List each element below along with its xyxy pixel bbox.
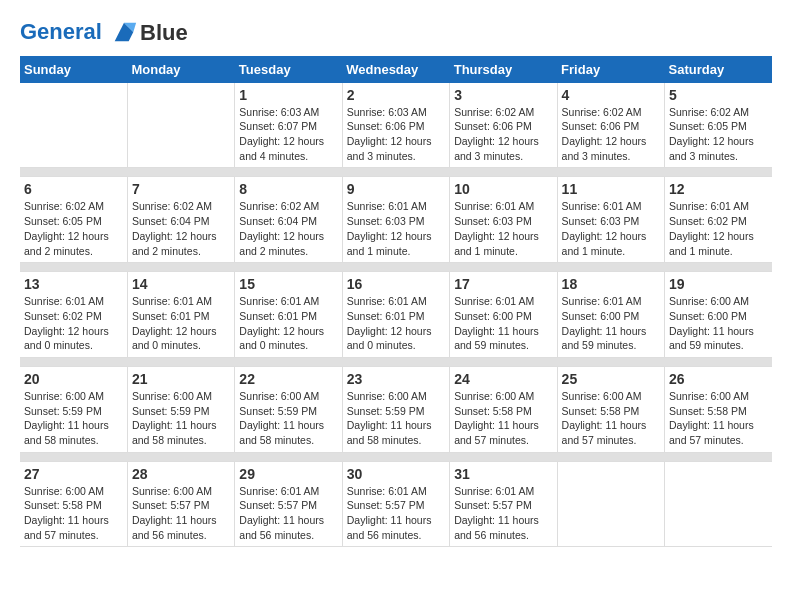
day-number: 18 <box>562 276 660 292</box>
calendar-cell: 5Sunrise: 6:02 AM Sunset: 6:05 PM Daylig… <box>665 83 772 168</box>
calendar-cell <box>665 461 772 547</box>
page-header: General Blue <box>20 20 772 46</box>
day-info: Sunrise: 6:00 AM Sunset: 5:58 PM Dayligh… <box>669 389 768 448</box>
calendar-cell: 6Sunrise: 6:02 AM Sunset: 6:05 PM Daylig… <box>20 177 127 263</box>
day-number: 24 <box>454 371 552 387</box>
calendar-cell: 17Sunrise: 6:01 AM Sunset: 6:00 PM Dayli… <box>450 272 557 358</box>
header-row: SundayMondayTuesdayWednesdayThursdayFrid… <box>20 56 772 83</box>
day-number: 16 <box>347 276 445 292</box>
day-info: Sunrise: 6:01 AM Sunset: 6:01 PM Dayligh… <box>347 294 445 353</box>
logo-icon <box>110 18 138 46</box>
day-info: Sunrise: 6:01 AM Sunset: 6:02 PM Dayligh… <box>669 199 768 258</box>
logo-text: General <box>20 20 138 46</box>
calendar-cell: 21Sunrise: 6:00 AM Sunset: 5:59 PM Dayli… <box>127 366 234 452</box>
day-number: 15 <box>239 276 337 292</box>
day-number: 30 <box>347 466 445 482</box>
calendar-cell: 3Sunrise: 6:02 AM Sunset: 6:06 PM Daylig… <box>450 83 557 168</box>
day-number: 22 <box>239 371 337 387</box>
day-number: 5 <box>669 87 768 103</box>
day-number: 14 <box>132 276 230 292</box>
calendar-cell: 14Sunrise: 6:01 AM Sunset: 6:01 PM Dayli… <box>127 272 234 358</box>
day-number: 29 <box>239 466 337 482</box>
calendar-cell: 29Sunrise: 6:01 AM Sunset: 5:57 PM Dayli… <box>235 461 342 547</box>
calendar-header: SundayMondayTuesdayWednesdayThursdayFrid… <box>20 56 772 83</box>
calendar-cell <box>557 461 664 547</box>
calendar-cell: 10Sunrise: 6:01 AM Sunset: 6:03 PM Dayli… <box>450 177 557 263</box>
day-info: Sunrise: 6:02 AM Sunset: 6:04 PM Dayligh… <box>132 199 230 258</box>
day-info: Sunrise: 6:00 AM Sunset: 5:59 PM Dayligh… <box>24 389 123 448</box>
day-info: Sunrise: 6:00 AM Sunset: 5:59 PM Dayligh… <box>239 389 337 448</box>
day-info: Sunrise: 6:00 AM Sunset: 5:57 PM Dayligh… <box>132 484 230 543</box>
week-spacer <box>20 263 772 272</box>
day-number: 31 <box>454 466 552 482</box>
calendar-body: 1Sunrise: 6:03 AM Sunset: 6:07 PM Daylig… <box>20 83 772 547</box>
calendar-cell: 25Sunrise: 6:00 AM Sunset: 5:58 PM Dayli… <box>557 366 664 452</box>
day-info: Sunrise: 6:03 AM Sunset: 6:07 PM Dayligh… <box>239 105 337 164</box>
day-info: Sunrise: 6:00 AM Sunset: 5:58 PM Dayligh… <box>562 389 660 448</box>
calendar-cell: 23Sunrise: 6:00 AM Sunset: 5:59 PM Dayli… <box>342 366 449 452</box>
calendar-cell: 22Sunrise: 6:00 AM Sunset: 5:59 PM Dayli… <box>235 366 342 452</box>
calendar-cell: 4Sunrise: 6:02 AM Sunset: 6:06 PM Daylig… <box>557 83 664 168</box>
day-info: Sunrise: 6:01 AM Sunset: 5:57 PM Dayligh… <box>347 484 445 543</box>
day-info: Sunrise: 6:02 AM Sunset: 6:05 PM Dayligh… <box>669 105 768 164</box>
week-spacer <box>20 357 772 366</box>
day-info: Sunrise: 6:03 AM Sunset: 6:06 PM Dayligh… <box>347 105 445 164</box>
day-number: 21 <box>132 371 230 387</box>
calendar-cell <box>20 83 127 168</box>
day-info: Sunrise: 6:01 AM Sunset: 6:03 PM Dayligh… <box>454 199 552 258</box>
calendar-cell: 20Sunrise: 6:00 AM Sunset: 5:59 PM Dayli… <box>20 366 127 452</box>
day-number: 8 <box>239 181 337 197</box>
weekday-header: Friday <box>557 56 664 83</box>
day-info: Sunrise: 6:00 AM Sunset: 6:00 PM Dayligh… <box>669 294 768 353</box>
day-number: 6 <box>24 181 123 197</box>
calendar-cell: 18Sunrise: 6:01 AM Sunset: 6:00 PM Dayli… <box>557 272 664 358</box>
day-number: 4 <box>562 87 660 103</box>
day-number: 28 <box>132 466 230 482</box>
day-info: Sunrise: 6:00 AM Sunset: 5:59 PM Dayligh… <box>347 389 445 448</box>
day-info: Sunrise: 6:01 AM Sunset: 6:03 PM Dayligh… <box>562 199 660 258</box>
calendar-cell: 2Sunrise: 6:03 AM Sunset: 6:06 PM Daylig… <box>342 83 449 168</box>
logo: General Blue <box>20 20 188 46</box>
day-info: Sunrise: 6:01 AM Sunset: 6:02 PM Dayligh… <box>24 294 123 353</box>
day-info: Sunrise: 6:01 AM Sunset: 6:00 PM Dayligh… <box>454 294 552 353</box>
day-number: 20 <box>24 371 123 387</box>
week-row: 1Sunrise: 6:03 AM Sunset: 6:07 PM Daylig… <box>20 83 772 168</box>
day-number: 9 <box>347 181 445 197</box>
week-row: 20Sunrise: 6:00 AM Sunset: 5:59 PM Dayli… <box>20 366 772 452</box>
calendar-cell <box>127 83 234 168</box>
day-info: Sunrise: 6:01 AM Sunset: 5:57 PM Dayligh… <box>454 484 552 543</box>
calendar-cell: 28Sunrise: 6:00 AM Sunset: 5:57 PM Dayli… <box>127 461 234 547</box>
day-number: 7 <box>132 181 230 197</box>
week-row: 27Sunrise: 6:00 AM Sunset: 5:58 PM Dayli… <box>20 461 772 547</box>
weekday-header: Sunday <box>20 56 127 83</box>
day-info: Sunrise: 6:01 AM Sunset: 6:00 PM Dayligh… <box>562 294 660 353</box>
calendar-cell: 13Sunrise: 6:01 AM Sunset: 6:02 PM Dayli… <box>20 272 127 358</box>
day-number: 13 <box>24 276 123 292</box>
day-number: 26 <box>669 371 768 387</box>
day-info: Sunrise: 6:02 AM Sunset: 6:06 PM Dayligh… <box>454 105 552 164</box>
day-info: Sunrise: 6:02 AM Sunset: 6:05 PM Dayligh… <box>24 199 123 258</box>
day-number: 25 <box>562 371 660 387</box>
day-info: Sunrise: 6:00 AM Sunset: 5:59 PM Dayligh… <box>132 389 230 448</box>
calendar-table: SundayMondayTuesdayWednesdayThursdayFrid… <box>20 56 772 548</box>
day-info: Sunrise: 6:02 AM Sunset: 6:06 PM Dayligh… <box>562 105 660 164</box>
day-number: 2 <box>347 87 445 103</box>
day-number: 17 <box>454 276 552 292</box>
day-number: 1 <box>239 87 337 103</box>
calendar-cell: 9Sunrise: 6:01 AM Sunset: 6:03 PM Daylig… <box>342 177 449 263</box>
day-number: 27 <box>24 466 123 482</box>
calendar-cell: 24Sunrise: 6:00 AM Sunset: 5:58 PM Dayli… <box>450 366 557 452</box>
week-row: 6Sunrise: 6:02 AM Sunset: 6:05 PM Daylig… <box>20 177 772 263</box>
day-number: 3 <box>454 87 552 103</box>
weekday-header: Tuesday <box>235 56 342 83</box>
day-info: Sunrise: 6:01 AM Sunset: 5:57 PM Dayligh… <box>239 484 337 543</box>
week-row: 13Sunrise: 6:01 AM Sunset: 6:02 PM Dayli… <box>20 272 772 358</box>
calendar-cell: 7Sunrise: 6:02 AM Sunset: 6:04 PM Daylig… <box>127 177 234 263</box>
calendar-cell: 31Sunrise: 6:01 AM Sunset: 5:57 PM Dayli… <box>450 461 557 547</box>
weekday-header: Monday <box>127 56 234 83</box>
day-info: Sunrise: 6:01 AM Sunset: 6:03 PM Dayligh… <box>347 199 445 258</box>
calendar-cell: 1Sunrise: 6:03 AM Sunset: 6:07 PM Daylig… <box>235 83 342 168</box>
week-spacer <box>20 452 772 461</box>
calendar-cell: 15Sunrise: 6:01 AM Sunset: 6:01 PM Dayli… <box>235 272 342 358</box>
calendar-cell: 8Sunrise: 6:02 AM Sunset: 6:04 PM Daylig… <box>235 177 342 263</box>
